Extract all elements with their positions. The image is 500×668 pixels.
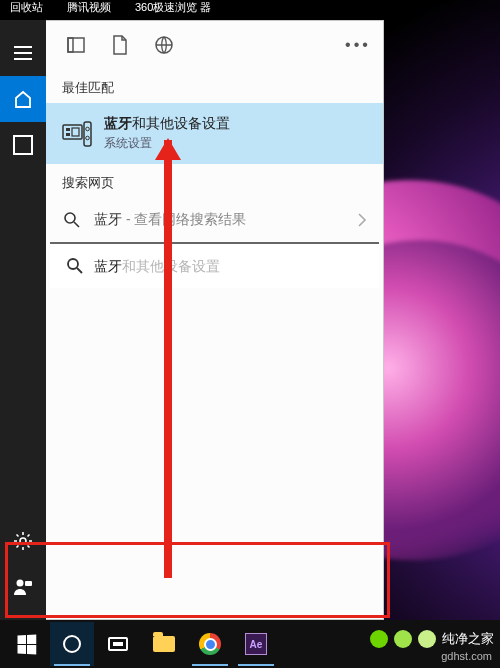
web-search-item[interactable]: 蓝牙 - 查看网络搜索结果 xyxy=(46,198,383,242)
best-match-text: 蓝牙和其他设备设置 系统设置 xyxy=(104,115,230,152)
search-filter-row: ••• xyxy=(46,21,383,69)
filter-apps-icon[interactable] xyxy=(56,25,96,65)
svg-point-13 xyxy=(65,213,75,223)
best-match-label: 最佳匹配 xyxy=(46,69,383,103)
web-search-label: 蓝牙 - 查看网络搜索结果 xyxy=(94,211,246,229)
svg-rect-7 xyxy=(66,128,70,131)
best-match-item[interactable]: 蓝牙和其他设备设置 系统设置 xyxy=(46,103,383,164)
search-panel: ••• 最佳匹配 蓝牙和其他设备设置 系统设置 搜索网页 蓝牙 - 查看网络搜索… xyxy=(46,20,384,620)
search-icon xyxy=(62,210,82,230)
svg-rect-8 xyxy=(66,133,70,136)
filter-documents-icon[interactable] xyxy=(100,25,140,65)
desktop-icon-360[interactable]: 360极速浏览 器 xyxy=(135,0,211,20)
start-nav-rail xyxy=(0,20,46,620)
app-tile-icon[interactable] xyxy=(0,122,46,168)
after-effects-button[interactable]: Ae xyxy=(234,622,278,666)
gear-icon[interactable] xyxy=(0,518,46,564)
settings-device-icon xyxy=(62,119,92,149)
search-text: 蓝牙和其他设备设置 xyxy=(94,257,220,276)
svg-rect-2 xyxy=(25,581,32,586)
chevron-right-icon xyxy=(357,213,367,227)
start-button[interactable] xyxy=(4,622,48,666)
file-explorer-button[interactable] xyxy=(142,622,186,666)
best-match-subtitle: 系统设置 xyxy=(104,135,230,152)
svg-point-11 xyxy=(86,127,90,131)
best-match-title: 蓝牙和其他设备设置 xyxy=(104,115,230,133)
hamburger-icon[interactable] xyxy=(0,30,46,76)
desktop-icon-tencent[interactable]: 腾讯视频 xyxy=(67,0,111,20)
search-input[interactable]: 蓝牙和其他设备设置 xyxy=(50,242,379,288)
taskbar-search-button[interactable] xyxy=(50,622,94,666)
home-icon[interactable] xyxy=(0,76,46,122)
svg-rect-3 xyxy=(68,38,84,52)
feedback-icon[interactable] xyxy=(0,564,46,610)
svg-point-1 xyxy=(17,580,24,587)
watermark-brand: 纯净之家 xyxy=(370,630,494,648)
chrome-button[interactable] xyxy=(188,622,232,666)
svg-point-14 xyxy=(68,259,78,269)
search-icon xyxy=(66,257,84,275)
search-web-label: 搜索网页 xyxy=(46,164,383,198)
desktop-icon-recycle[interactable]: 回收站 xyxy=(10,0,43,20)
svg-rect-10 xyxy=(84,122,91,146)
desktop-icon-row: 回收站 腾讯视频 360极速浏览 器 xyxy=(10,0,490,20)
more-icon[interactable]: ••• xyxy=(343,25,373,65)
watermark-url: gdhst.com xyxy=(441,650,492,662)
filter-web-icon[interactable] xyxy=(144,25,184,65)
svg-rect-9 xyxy=(72,128,79,136)
svg-point-0 xyxy=(20,538,26,544)
svg-rect-4 xyxy=(68,38,73,52)
task-view-button[interactable] xyxy=(96,622,140,666)
svg-point-12 xyxy=(86,136,90,140)
